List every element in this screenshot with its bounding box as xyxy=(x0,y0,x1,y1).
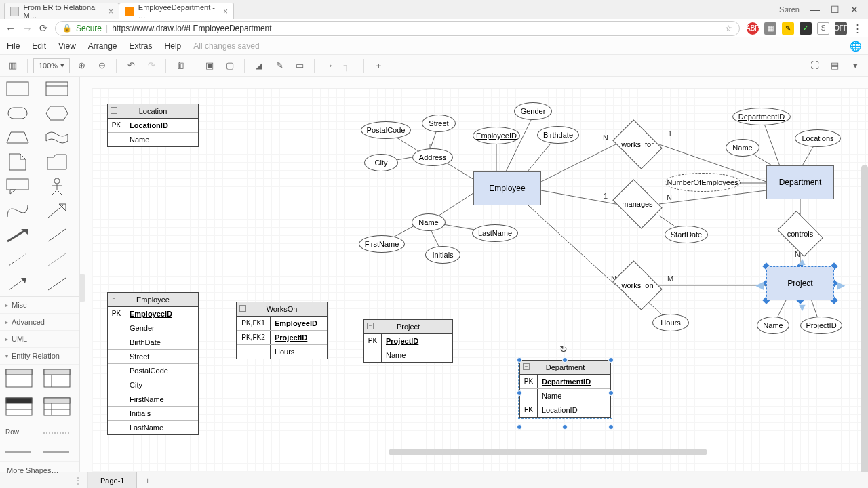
fill-icon[interactable]: ◢ xyxy=(250,57,268,75)
redo-icon[interactable]: ↷ xyxy=(142,57,160,75)
ext-icon[interactable]: ✓ xyxy=(800,22,812,35)
reload-icon[interactable]: ⟳ xyxy=(39,22,48,35)
arrow-style-icon[interactable]: → xyxy=(320,57,338,75)
tab-close-icon[interactable]: × xyxy=(223,7,228,16)
page-tab[interactable]: Page-1 xyxy=(88,472,137,488)
cat-advanced[interactable]: Advanced xyxy=(0,314,79,331)
shape-title-rect-icon[interactable] xyxy=(43,79,71,98)
connector-style-icon[interactable]: ┐_ xyxy=(340,57,358,75)
shape-trapezoid-icon[interactable] xyxy=(4,128,31,147)
attr-departmentid[interactable]: DepartmentID xyxy=(732,108,791,125)
er-line-icon[interactable] xyxy=(43,445,75,457)
attr-gender[interactable]: Gender xyxy=(514,102,552,120)
er-row-label[interactable]: Row xyxy=(5,426,37,438)
sidebar-collapse-handle[interactable] xyxy=(80,274,85,302)
shape-arrow-end-icon[interactable] xyxy=(4,274,31,293)
attr-dept-name[interactable]: Name xyxy=(726,139,760,157)
table-department-selected[interactable]: −Department PKDepartmentID Name FKLocati… xyxy=(519,360,611,418)
attr-proj-name[interactable]: Name xyxy=(757,317,789,334)
ext-icon[interactable]: OFF xyxy=(835,22,847,35)
menu-extras[interactable]: Extras xyxy=(130,41,153,51)
shape-arrow-bold-icon[interactable] xyxy=(4,226,31,245)
zoom-select[interactable]: 100% ▾ xyxy=(33,58,70,73)
format-panel-icon[interactable]: ▤ xyxy=(826,57,844,75)
attr-postalcode[interactable]: PostalCode xyxy=(361,121,411,139)
attr-startdate[interactable]: StartDate xyxy=(665,226,708,243)
star-icon[interactable]: ☆ xyxy=(725,24,732,33)
menu-arrange[interactable]: Arrange xyxy=(88,41,117,51)
attr-numberofemployees[interactable]: NumberOfEmployees xyxy=(665,173,741,192)
table-location[interactable]: −Location PKLocationID Name xyxy=(107,104,199,147)
shape-cylinder-icon[interactable] xyxy=(4,104,31,123)
shape-plain-line-icon[interactable] xyxy=(43,274,71,293)
add-page-button[interactable]: + xyxy=(137,475,157,486)
browser-menu-icon[interactable]: ⋮ xyxy=(852,22,863,35)
conn-arrow-icon[interactable]: ▼ xyxy=(797,302,808,314)
url-input[interactable]: 🔒 Secure | https://www.draw.io/#LEmploye… xyxy=(55,21,740,36)
browser-tab-active[interactable]: EmployeeDepartment - … × xyxy=(119,3,234,19)
collapse-icon[interactable]: ▾ xyxy=(846,57,864,75)
table-employee[interactable]: −Employee PKEmployeeID Gender BirthDate … xyxy=(107,292,199,435)
footer-grip[interactable]: ⋮ xyxy=(0,472,88,488)
globe-icon[interactable]: 🌐 xyxy=(850,41,861,52)
shape-line-diag-icon[interactable] xyxy=(43,226,71,245)
minimize-icon[interactable]: — xyxy=(810,4,820,15)
conn-arrow-icon[interactable]: ▶ xyxy=(837,279,845,291)
back-icon[interactable]: ← xyxy=(5,22,16,34)
cat-misc[interactable]: Misc xyxy=(0,297,79,314)
shape-thin-line-icon[interactable] xyxy=(43,250,71,269)
rel-manages[interactable]: manages xyxy=(617,189,658,219)
insert-icon[interactable]: ＋ xyxy=(370,57,387,75)
shape-folder-icon[interactable] xyxy=(43,152,71,171)
attr-birthdate[interactable]: Birthdate xyxy=(537,126,579,144)
attr-address[interactable]: Address xyxy=(412,148,453,166)
zoom-in-icon[interactable]: ⊕ xyxy=(73,57,90,75)
canvas-area[interactable]: −Location PKLocationID Name −Employee PK… xyxy=(80,77,868,472)
attr-name[interactable]: Name xyxy=(412,214,446,231)
panel-toggle-icon[interactable]: ▥ xyxy=(4,57,22,75)
close-window-icon[interactable]: ✕ xyxy=(850,4,859,15)
shape-wave-icon[interactable] xyxy=(43,128,71,147)
forward-icon[interactable]: → xyxy=(22,22,33,34)
table-project[interactable]: −Project PKProjectID Name xyxy=(363,319,453,363)
attr-street[interactable]: Street xyxy=(422,115,456,132)
er-table4-icon[interactable] xyxy=(43,397,75,419)
rel-works-on[interactable]: works_on xyxy=(617,270,658,300)
entity-employee[interactable]: Employee xyxy=(473,171,541,205)
shape-dash-line-icon[interactable] xyxy=(4,250,31,269)
rotate-handle-icon[interactable]: ↻ xyxy=(559,344,568,354)
shape-doc-icon[interactable] xyxy=(4,152,31,171)
attr-employeeid[interactable]: EmployeeID xyxy=(473,127,520,144)
shape-callout-icon[interactable] xyxy=(4,177,31,196)
attr-city[interactable]: City xyxy=(364,154,398,171)
tab-close-icon[interactable]: × xyxy=(108,7,113,16)
shape-rect-icon[interactable] xyxy=(4,79,31,98)
to-back-icon[interactable]: ▢ xyxy=(221,57,239,75)
undo-icon[interactable]: ↶ xyxy=(122,57,140,75)
entity-project[interactable]: Project xyxy=(766,266,834,300)
ext-icon[interactable]: S xyxy=(817,22,829,35)
horizontal-scrollbar[interactable] xyxy=(389,449,707,455)
attr-projectid[interactable]: ProjectID xyxy=(800,317,842,334)
conn-arrow-icon[interactable]: ◀ xyxy=(755,279,764,291)
shape-hexagon-icon[interactable] xyxy=(43,104,71,123)
rel-controls[interactable]: controls xyxy=(781,220,819,247)
rel-works-for[interactable]: works_for xyxy=(617,129,658,159)
table-workson[interactable]: −WorksOn PK,FK1EmployeeID PK,FK2ProjectI… xyxy=(236,302,328,359)
menu-edit[interactable]: Edit xyxy=(32,41,46,51)
abp-icon[interactable]: ABP xyxy=(747,22,759,35)
menu-help[interactable]: Help xyxy=(165,41,182,51)
attr-firstname[interactable]: FirstName xyxy=(359,235,405,253)
shape-actor-icon[interactable] xyxy=(43,177,71,196)
cat-entity-relation[interactable]: Entity Relation xyxy=(0,348,79,365)
shape-curve-icon[interactable] xyxy=(4,201,31,220)
er-row-icon[interactable] xyxy=(43,426,75,438)
diagram-canvas[interactable]: −Location PKLocationID Name −Employee PK… xyxy=(80,77,868,472)
er-table-icon[interactable] xyxy=(5,369,37,390)
fit-icon[interactable]: ⛶ xyxy=(806,57,823,75)
vertical-scrollbar[interactable] xyxy=(861,165,868,472)
shadow-icon[interactable]: ▭ xyxy=(291,57,309,75)
menu-file[interactable]: File xyxy=(7,41,20,51)
attr-lastname[interactable]: LastName xyxy=(472,224,518,242)
delete-icon[interactable]: 🗑 xyxy=(172,57,189,75)
